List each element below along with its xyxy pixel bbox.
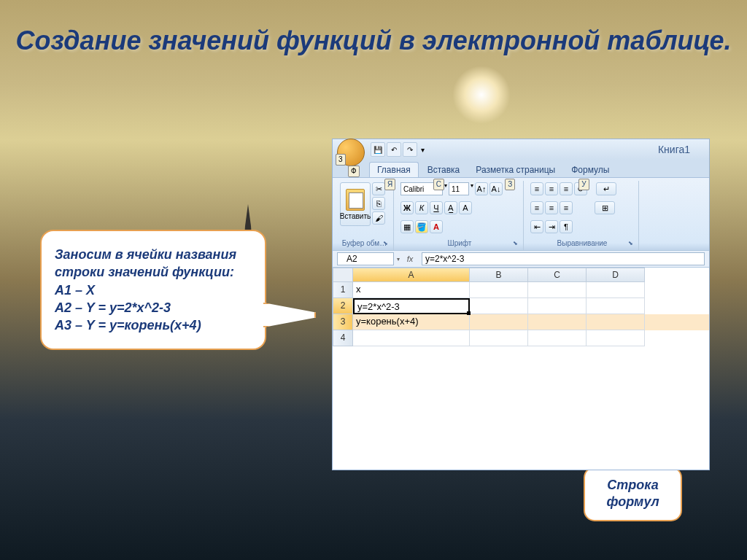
font-color-button[interactable]: A — [430, 220, 443, 233]
italic-button[interactable]: К — [415, 201, 428, 214]
column-header-a[interactable]: A — [353, 268, 470, 282]
increase-indent-button[interactable]: ⇥ — [545, 220, 558, 233]
align-top-button[interactable]: ≡ — [530, 182, 543, 195]
qat-redo[interactable]: ↷ 3 — [403, 142, 417, 157]
shrink-font-button[interactable]: A↓ — [489, 182, 503, 195]
underline-button[interactable]: Ч — [430, 201, 443, 214]
format-painter-button[interactable]: 🖌 — [372, 211, 385, 225]
callout-right-line1: Строка — [591, 477, 675, 494]
ribbon-group-alignment: ≡ ≡ ≡ ⟳ ↵ ≡ ≡ ≡ ⊞ ⇤ ⇥ ¶ Выравнивание ⬊ — [526, 181, 639, 250]
tab-formulas[interactable]: Формулы У — [564, 163, 616, 177]
wrap-text-button[interactable]: ↵ — [596, 182, 616, 195]
formula-input[interactable]: y=2*x^2-3 — [422, 252, 705, 265]
background-sun — [452, 66, 511, 124]
keytip-layout: З — [505, 179, 515, 190]
callout-line-a3: A3 – Y = y=корень(x+4) — [55, 316, 252, 334]
keytip-home: Я — [384, 179, 395, 190]
bold-button[interactable]: Ж — [400, 201, 414, 214]
cell-d2[interactable] — [587, 298, 645, 314]
callout-line-a2: A2 – Y = y=2*x^2-3 — [55, 299, 252, 316]
keytip-qat-3: 3 — [336, 154, 346, 166]
cell-b4[interactable] — [470, 330, 528, 346]
cell-b1[interactable] — [470, 282, 528, 298]
font-dialog-launcher[interactable]: ⬊ — [513, 240, 522, 249]
name-box[interactable]: A2 — [337, 252, 394, 265]
cell-b3[interactable] — [470, 314, 528, 330]
cell-a2[interactable]: y=2*x^2-3 — [353, 298, 470, 314]
excel-window: Ф 💾 1 ↶ 2 ↷ 3 ▾ Книга1 Главная Я Вставка… — [332, 139, 710, 470]
select-all-corner[interactable] — [333, 268, 353, 282]
document-title: Книга1 — [658, 144, 690, 155]
paste-label: Вставить — [340, 212, 371, 220]
merge-button[interactable]: ⊞ — [595, 201, 615, 214]
cell-b2[interactable] — [470, 298, 528, 314]
row-header-2[interactable]: 2 — [333, 298, 353, 314]
titlebar: Ф 💾 1 ↶ 2 ↷ 3 ▾ Книга1 — [333, 139, 709, 160]
column-header-d[interactable]: D — [587, 268, 645, 282]
cell-d3[interactable] — [587, 314, 645, 330]
align-right-button[interactable]: ≡ — [560, 201, 573, 214]
tab-home-label: Главная — [377, 165, 411, 175]
double-underline-button[interactable]: A̲ — [444, 201, 457, 214]
tab-layout-label: Разметка страницы — [476, 165, 555, 175]
ribbon-tabs: Главная Я Вставка С Разметка страницы З … — [333, 160, 709, 177]
alignment-group-label: Выравнивание — [530, 239, 634, 249]
column-header-b[interactable]: B — [470, 268, 528, 282]
keytip-insert: С — [433, 179, 444, 190]
grow-font-button[interactable]: A↑ — [475, 182, 488, 195]
cell-c4[interactable] — [528, 330, 587, 346]
cell-a4[interactable] — [353, 330, 470, 346]
align-left-button[interactable]: ≡ — [530, 201, 543, 214]
ribbon-group-clipboard: Вставить ✂ ⎘ 🖌 Буфер обм… ⬊ — [336, 181, 394, 250]
borders-button[interactable]: ▦ — [400, 220, 414, 233]
cell-a3[interactable]: y=корень(x+4) — [353, 314, 470, 330]
ribbon-group-font: Calibri ▾ 11 ▾ A↑ A↓ Ж К Ч A̲ A ▦ 🪣 A Шр… — [396, 181, 524, 250]
table-row: 4 — [333, 330, 709, 346]
row-header-3[interactable]: 3 — [333, 314, 353, 330]
align-center-button[interactable]: ≡ — [545, 201, 558, 214]
copy-button[interactable]: ⎘ — [372, 197, 385, 210]
font-size-selector[interactable]: 11 — [449, 182, 469, 195]
fill-color-button[interactable]: 🪣 — [415, 220, 428, 233]
cell-c3[interactable] — [528, 314, 587, 330]
qat-dropdown-icon[interactable]: ▾ — [419, 142, 426, 157]
alignment-dialog-launcher[interactable]: ⬊ — [628, 240, 637, 249]
callout-instructions: Заносим в ячейки названия строки значени… — [40, 230, 266, 350]
cut-button[interactable]: ✂ — [372, 182, 385, 195]
table-row: 3 y=корень(x+4) — [333, 314, 709, 330]
cell-c1[interactable] — [528, 282, 587, 298]
cell-a1[interactable]: x — [353, 282, 470, 298]
paste-icon — [346, 189, 365, 211]
tab-layout[interactable]: Разметка страницы З — [468, 163, 562, 177]
paste-button[interactable]: Вставить — [340, 182, 371, 226]
tab-insert-label: Вставка — [427, 165, 460, 175]
spreadsheet-grid: A B C D 1 x 2 y=2*x^2-3 3 y=корень(x+4) — [333, 268, 709, 470]
font-expand-button[interactable]: A — [459, 201, 472, 214]
fx-button[interactable]: fx — [403, 252, 417, 265]
clipboard-dialog-launcher[interactable]: ⬊ — [383, 240, 392, 249]
callout-intro: Заносим в ячейки названия строки значени… — [55, 246, 252, 281]
font-group-label: Шрифт — [400, 239, 519, 249]
column-headers: A B C D — [333, 268, 709, 282]
tab-formulas-label: Формулы — [571, 165, 609, 175]
keytip-formulas: У — [578, 179, 589, 190]
callout-right-line2: формул — [591, 494, 675, 510]
tab-insert[interactable]: Вставка С — [420, 163, 468, 177]
cell-d1[interactable] — [587, 282, 645, 298]
column-header-c[interactable]: C — [528, 268, 587, 282]
clipboard-group-label: Буфер обм… — [340, 239, 389, 249]
row-header-4[interactable]: 4 — [333, 330, 353, 346]
keytip-office: Ф — [348, 166, 360, 177]
slide-title: Создание значений функций в электронной … — [0, 26, 747, 56]
rtl-button[interactable]: ¶ — [560, 220, 573, 233]
align-middle-button[interactable]: ≡ — [545, 182, 558, 195]
cell-d4[interactable] — [587, 330, 645, 346]
row-header-1[interactable]: 1 — [333, 282, 353, 298]
table-row: 1 x — [333, 282, 709, 298]
tab-home[interactable]: Главная Я — [369, 162, 419, 177]
decrease-indent-button[interactable]: ⇤ — [530, 220, 543, 233]
cell-c2[interactable] — [528, 298, 587, 314]
align-bottom-button[interactable]: ≡ — [560, 182, 573, 195]
qat-save[interactable]: 💾 1 — [371, 142, 385, 157]
qat-undo[interactable]: ↶ 2 — [387, 142, 401, 157]
